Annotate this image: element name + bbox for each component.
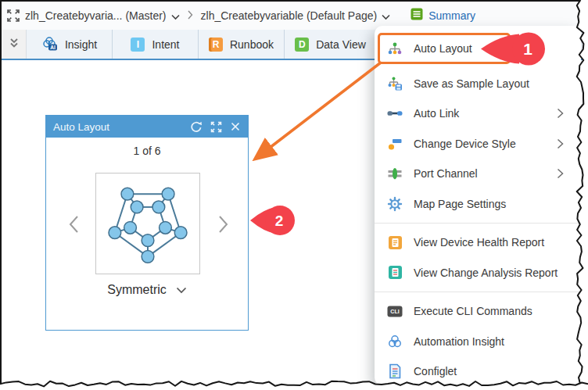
chevron-down-icon[interactable] <box>171 10 180 23</box>
summary-label: Summary <box>428 9 475 22</box>
tab-runbook[interactable]: R Runbook <box>199 30 285 59</box>
automation-insight-icon <box>387 334 403 349</box>
collapse-toolbar-button[interactable] <box>2 30 27 59</box>
tab-insight[interactable]: AI Insight <box>27 30 113 59</box>
menu-item-automation-insight[interactable]: Automation Insight <box>375 327 581 357</box>
menu-item-save-as-sample-layout[interactable]: Save as Sample Layout <box>375 69 581 99</box>
previous-layout-chevron[interactable] <box>68 214 80 238</box>
tab-label: Intent <box>152 38 179 51</box>
layout-style-value: Symmetric <box>107 283 167 297</box>
context-menu: Auto Layout Save as Sample Layout <box>375 26 581 385</box>
submenu-arrow-icon <box>557 108 564 119</box>
menu-item-auto-link[interactable]: Auto Link <box>375 98 581 129</box>
tab-data-view[interactable]: D Data View <box>285 30 377 59</box>
layout-thumbnail[interactable] <box>95 173 200 274</box>
menu-item-change-device-style[interactable]: Change Device Style <box>375 129 581 159</box>
menu-item-port-channel[interactable]: Port Channel <box>375 159 581 189</box>
submenu-arrow-icon <box>557 168 564 179</box>
summary-link[interactable]: Summary <box>411 8 475 23</box>
data-view-icon: D <box>295 38 309 52</box>
change-analysis-report-icon <box>387 265 403 280</box>
layout-style-dropdown[interactable]: Symmetric <box>46 283 248 297</box>
summary-list-icon <box>411 8 423 23</box>
maximize-icon[interactable] <box>210 121 222 133</box>
menu-item-label: Execute CLI Commands <box>414 305 568 317</box>
menu-item-execute-cli-commands[interactable]: CLI Execute CLI Commands <box>375 296 581 327</box>
panel-title: Auto Layout <box>53 121 182 133</box>
chevron-down-icon[interactable] <box>382 10 390 23</box>
device-health-report-icon <box>387 235 403 250</box>
auto-layout-panel-body: 1 of 6 <box>46 138 248 331</box>
map-page-settings-gear-icon <box>387 196 403 212</box>
breadcrumb-separator-icon <box>188 9 193 22</box>
intent-icon: I <box>131 38 145 52</box>
double-chevron-down-icon <box>8 37 20 52</box>
svg-text:CLI: CLI <box>390 309 399 314</box>
auto-layout-icon <box>387 41 403 55</box>
menu-item-label: View Device Health Report <box>414 236 568 249</box>
symmetric-topology-graph <box>96 174 199 274</box>
menu-item-configlet[interactable]: Configlet <box>375 356 581 387</box>
change-device-style-icon <box>387 137 403 151</box>
menu-item-label: Automation Insight <box>414 335 568 348</box>
menu-separator <box>375 292 581 292</box>
tab-intent[interactable]: I Intent <box>113 30 199 59</box>
menu-item-view-device-health-report[interactable]: View Device Health Report <box>375 227 581 258</box>
save-sample-layout-icon <box>387 76 403 91</box>
breadcrumb: zlh_Createbyvaria... (Master) zlh_Create… <box>25 9 390 23</box>
map-name[interactable]: zlh_Createbyvaria... (Master) <box>25 9 167 22</box>
runbook-icon: R <box>209 38 223 52</box>
submenu-arrow-icon <box>557 138 564 149</box>
tab-label: Insight <box>65 38 97 51</box>
ai-insight-icon: AI <box>41 35 58 53</box>
close-icon[interactable] <box>230 121 241 132</box>
screenshot-frame: zlh_Createbyvaria... (Master) zlh_Create… <box>0 0 588 390</box>
menu-item-view-change-analysis-report[interactable]: View Change Analysis Report <box>375 258 581 288</box>
menu-item-label: Map Page Settings <box>414 198 568 210</box>
menu-item-label: Change Device Style <box>414 138 557 150</box>
fullscreen-icon[interactable] <box>2 9 25 23</box>
port-channel-icon <box>387 166 403 181</box>
refresh-icon[interactable] <box>190 120 203 133</box>
menu-separator <box>375 223 581 224</box>
menu-item-label: View Change Analysis Report <box>414 267 568 279</box>
tab-label: Runbook <box>230 38 274 51</box>
menu-item-map-page-settings[interactable]: Map Page Settings <box>375 189 581 220</box>
page-name[interactable]: zlh_Createbyvariable (Default Page) <box>201 9 378 22</box>
chevron-down-icon <box>176 283 187 297</box>
menu-item-auto-layout[interactable]: Auto Layout <box>375 34 581 64</box>
svg-text:AI: AI <box>50 45 56 50</box>
next-layout-chevron[interactable] <box>217 214 229 238</box>
menu-item-label: Auto Link <box>414 107 557 120</box>
menu-item-label: Port Channel <box>414 167 557 180</box>
auto-link-icon <box>387 109 403 118</box>
tab-label: Data View <box>316 38 366 51</box>
configlet-icon <box>387 363 403 379</box>
menu-item-label: Auto Layout <box>414 42 568 55</box>
cli-icon: CLI <box>387 306 403 317</box>
auto-layout-panel: Auto Layout 1 of 6 <box>45 115 249 331</box>
page-indicator: 1 of 6 <box>46 145 248 157</box>
menu-item-label: Configlet <box>414 365 568 377</box>
auto-layout-panel-header[interactable]: Auto Layout <box>46 116 248 138</box>
menu-item-label: Save as Sample Layout <box>414 77 568 90</box>
